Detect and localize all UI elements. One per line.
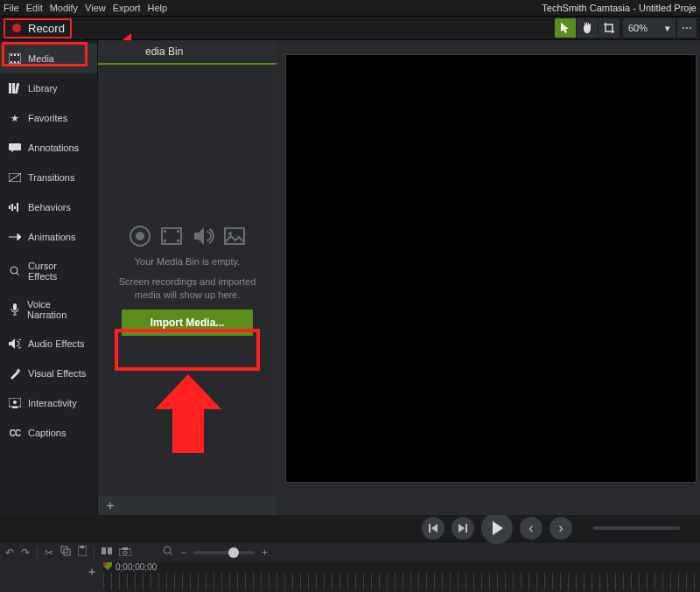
interactivity-icon xyxy=(9,397,21,409)
library-icon xyxy=(9,82,21,94)
zoom-fit-button[interactable] xyxy=(163,546,173,559)
dots-icon: ⋯ xyxy=(682,22,692,34)
sidebar-item-behaviors[interactable]: Behaviors xyxy=(0,192,97,222)
svg-point-29 xyxy=(228,232,232,235)
svg-rect-27 xyxy=(177,240,179,242)
playhead[interactable] xyxy=(103,562,112,571)
screenshot-button[interactable] xyxy=(119,547,131,559)
cut-button[interactable]: ✂ xyxy=(45,547,53,559)
sidebar-item-library[interactable]: Library xyxy=(0,73,97,103)
prev-frame-button[interactable] xyxy=(422,517,444,540)
sidebar-item-animations[interactable]: Animations xyxy=(0,222,97,252)
svg-rect-8 xyxy=(12,83,15,94)
sidebar-item-transitions[interactable]: Transitions xyxy=(0,163,97,192)
menu-view[interactable]: View xyxy=(85,3,106,13)
sidebar-item-interactivity[interactable]: Interactivity xyxy=(0,388,97,418)
menu-modify[interactable]: Modify xyxy=(50,3,78,13)
paste-icon xyxy=(78,546,87,556)
svg-rect-7 xyxy=(9,83,11,94)
sidebar-item-cursor-effects[interactable]: Cursor Effects xyxy=(0,252,97,290)
cursor-effects-icon xyxy=(9,265,21,277)
sidebar-item-media[interactable]: Media xyxy=(0,44,97,73)
sidebar-item-label: Voice Narration xyxy=(27,299,88,320)
record-button[interactable]: Record xyxy=(4,18,72,38)
next-marker-button[interactable]: › xyxy=(550,517,572,540)
time-ruler[interactable] xyxy=(103,573,700,590)
svg-rect-33 xyxy=(80,546,84,548)
canvas-area xyxy=(276,40,700,515)
crop-tool[interactable] xyxy=(598,18,620,38)
behaviors-icon xyxy=(9,201,21,213)
timeline-zoom-slider[interactable] xyxy=(193,551,255,554)
sidebar-item-label: Behaviors xyxy=(28,202,71,212)
slider-thumb[interactable] xyxy=(228,547,239,558)
menu-file[interactable]: File xyxy=(4,3,19,13)
step-fwd-icon xyxy=(458,524,467,533)
next-frame-button[interactable] xyxy=(452,517,474,540)
sidebar-item-captions[interactable]: CC Captions xyxy=(0,418,97,448)
more-options-button[interactable]: ⋯ xyxy=(677,18,696,38)
sidebar-item-label: Media xyxy=(28,53,54,64)
timeline-track[interactable]: 0;00;00;00 xyxy=(103,562,700,592)
svg-rect-19 xyxy=(12,407,18,408)
sidebar: Media Library ★ Favorites Annotations Tr… xyxy=(0,40,98,515)
split-button[interactable] xyxy=(102,546,112,559)
copy-icon xyxy=(60,546,71,556)
audio-icon xyxy=(9,338,21,350)
chevron-left-icon: ‹ xyxy=(528,520,533,536)
menu-export[interactable]: Export xyxy=(113,3,141,13)
sidebar-item-visual-effects[interactable]: Visual Effects xyxy=(0,359,97,388)
sidebar-item-favorites[interactable]: ★ Favorites xyxy=(0,103,97,133)
sidebar-item-label: Transitions xyxy=(28,172,74,183)
record-label: Record xyxy=(28,22,65,35)
star-icon: ★ xyxy=(9,112,21,124)
chevron-right-icon: › xyxy=(558,520,563,536)
svg-rect-36 xyxy=(119,549,131,556)
import-media-button[interactable]: Import Media... xyxy=(122,310,253,336)
svg-rect-10 xyxy=(9,143,21,150)
prev-marker-button[interactable]: ‹ xyxy=(520,517,542,540)
undo-button[interactable]: ↶ xyxy=(5,547,14,559)
top-toolbar: Record 60% ▾ ⋯ xyxy=(0,16,700,40)
preview-canvas[interactable] xyxy=(285,54,696,483)
svg-rect-24 xyxy=(164,230,166,233)
select-tool[interactable] xyxy=(555,18,576,38)
paste-button[interactable] xyxy=(78,546,87,559)
menu-help[interactable]: Help xyxy=(148,3,168,13)
sidebar-item-annotations[interactable]: Annotations xyxy=(0,133,97,163)
sidebar-item-label: Animations xyxy=(28,232,75,242)
redo-button[interactable]: ↷ xyxy=(21,547,30,559)
zoom-select[interactable]: 60% ▾ xyxy=(623,18,676,38)
sidebar-item-voice-narration[interactable]: Voice Narration xyxy=(0,290,97,329)
zoom-out-button[interactable]: − xyxy=(180,547,186,559)
bin-empty-title: Your Media Bin is empty. xyxy=(135,256,240,267)
svg-rect-34 xyxy=(102,547,106,554)
zoom-in-button[interactable]: + xyxy=(262,547,268,559)
timecode: 0;00;00;00 xyxy=(116,562,157,572)
sidebar-item-label: Annotations xyxy=(28,143,79,153)
volume-slider[interactable] xyxy=(593,526,681,530)
record-icon xyxy=(10,22,23,34)
media-bin-panel: edia Bin Your Media Bin is empty. Screen… xyxy=(98,40,276,515)
sidebar-item-audio-effects[interactable]: Audio Effects xyxy=(0,329,97,359)
captions-icon: CC xyxy=(9,427,21,439)
svg-point-38 xyxy=(123,551,127,554)
image-bin-icon xyxy=(223,225,246,247)
add-icon[interactable]: ＋ xyxy=(103,497,117,515)
svg-rect-15 xyxy=(17,203,18,212)
add-track-button[interactable]: ＋ xyxy=(86,564,98,580)
sidebar-item-label: Captions xyxy=(28,428,66,438)
track-header[interactable]: ＋ xyxy=(0,562,103,592)
zoom-value: 60% xyxy=(628,23,648,33)
menu-edit[interactable]: Edit xyxy=(26,3,43,13)
svg-rect-13 xyxy=(11,204,13,211)
copy-button[interactable] xyxy=(60,546,71,559)
play-button[interactable] xyxy=(481,512,513,544)
svg-point-39 xyxy=(164,547,171,554)
pan-tool[interactable] xyxy=(577,18,598,38)
svg-rect-9 xyxy=(15,83,19,94)
wand-icon xyxy=(9,367,21,380)
svg-rect-12 xyxy=(9,205,10,209)
timeline-toolbar: ↶ ↷ ✂ − + xyxy=(0,541,700,562)
audio-bin-icon xyxy=(192,225,214,247)
